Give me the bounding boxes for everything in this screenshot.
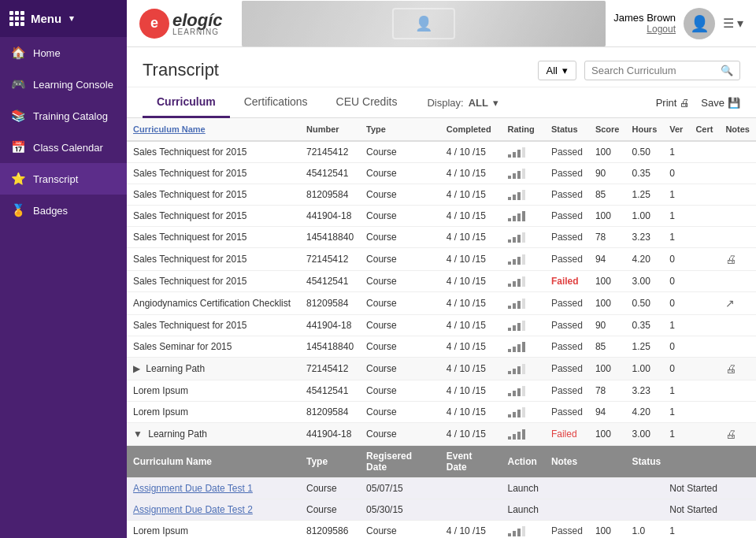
row-ver: 1 — [663, 380, 689, 402]
table-row: Sales Techniquest for 2015 145418840 Cou… — [127, 227, 756, 248]
row-number: 145418840 — [300, 336, 360, 358]
search-icon: 🔍 — [721, 65, 733, 76]
row-rating — [502, 248, 545, 271]
row-notes — [719, 141, 756, 163]
print-icon[interactable]: 🖨 — [725, 428, 736, 440]
row-number: 81209584 — [300, 292, 360, 315]
sidebar-item-label: Home — [33, 47, 61, 59]
table-row: Sales Techniquest for 2015 441904-18 Cou… — [127, 206, 756, 227]
sidebar-item-training-catalog[interactable]: 📚 Training Catalog — [0, 100, 127, 132]
row-ver: 0 — [663, 292, 689, 315]
row-hours: 4.20 — [625, 402, 663, 423]
row-rating — [502, 184, 545, 206]
filter-dropdown[interactable]: All ▾ — [538, 61, 576, 80]
sub-row-action: Launch — [502, 499, 545, 521]
sidebar-item-class-calendar[interactable]: 📅 Class Calendar — [0, 132, 127, 163]
row-cert — [689, 163, 719, 184]
user-area: James Brown Logout 👤 ☰ ▾ — [613, 8, 743, 39]
row-score: 100 — [589, 141, 626, 163]
avatar: 👤 — [684, 8, 715, 39]
sidebar-item-home[interactable]: 🏠 Home — [0, 37, 127, 69]
row-status: Failed — [545, 271, 589, 292]
row-status: Passed — [545, 248, 589, 271]
row-cert — [689, 227, 719, 248]
col-name: Curriculum Name — [127, 118, 300, 141]
row-hours: 1.25 — [625, 336, 663, 358]
tab-certifications[interactable]: Certifications — [230, 87, 322, 118]
save-button[interactable]: Save 💾 — [701, 97, 740, 109]
tabs-bar: Curriculum Certifications CEU Credits Di… — [127, 87, 756, 118]
learning-console-icon: 🎮 — [11, 77, 25, 91]
tabs-left: Curriculum Certifications CEU Credits Di… — [143, 87, 498, 117]
sub-row-status: Not Started — [663, 499, 756, 521]
chevron-down-icon: ▾ — [69, 13, 74, 24]
learning-path-name: Learning Path — [146, 363, 205, 374]
row-score: 100 — [589, 521, 626, 539]
sub-row-action: Launch — [502, 478, 545, 499]
home-icon: 🏠 — [11, 46, 25, 60]
assignment-link[interactable]: Assignment Due Date Test 2 — [133, 504, 253, 515]
menu-button[interactable]: Menu ▾ — [0, 0, 127, 37]
row-score: 100 — [589, 358, 626, 380]
row-name: Sales Techniquest for 2015 — [127, 141, 300, 163]
expand-icon[interactable]: ▼ — [133, 429, 143, 440]
tab-ceu-credits[interactable]: CEU Credits — [322, 87, 412, 118]
row-notes: 🖨 — [719, 423, 756, 446]
col-ver: Ver — [663, 118, 689, 141]
row-number: 441904-18 — [300, 315, 360, 336]
table-row: Sales Techniquest for 2015 81209584 Cour… — [127, 184, 756, 206]
row-hours: 0.50 — [625, 292, 663, 315]
row-completed: 4 / 10 /15 — [440, 163, 502, 184]
row-score: 78 — [589, 227, 626, 248]
content-header: Transcript All ▾ 🔍 — [127, 47, 756, 87]
sub-col-notes: Notes — [545, 446, 626, 478]
logo-circle: e — [139, 9, 169, 39]
sub-row-name: Assignment Due Date Test 2 — [127, 499, 300, 521]
filter-value: All — [547, 65, 558, 76]
col-completed: Completed — [440, 118, 502, 141]
print-button[interactable]: Print 🖨 — [656, 97, 691, 109]
note-icon[interactable]: ↗ — [725, 297, 735, 310]
badges-icon: 🏅 — [11, 203, 25, 217]
sidebar-item-learning-console[interactable]: 🎮 Learning Console — [0, 69, 127, 100]
transcript-table: Curriculum Name Number Type Completed Ra… — [127, 118, 756, 538]
row-ver: 0 — [663, 336, 689, 358]
view-toggle[interactable]: ☰ ▾ — [723, 16, 743, 31]
logout-link[interactable]: Logout — [613, 24, 676, 35]
row-rating — [502, 271, 545, 292]
table-container: Curriculum Name Number Type Completed Ra… — [127, 118, 756, 538]
row-status: Failed — [545, 423, 589, 446]
row-type: Course — [360, 271, 440, 292]
row-rating — [502, 423, 545, 446]
table-row: Sales Techniquest for 2015 72145412 Cour… — [127, 248, 756, 271]
row-score: 85 — [589, 336, 626, 358]
sub-col-name: Curriculum Name — [127, 446, 300, 478]
row-ver: 0 — [663, 248, 689, 271]
print-icon[interactable]: 🖨 — [725, 362, 736, 375]
list-view-icon: ☰ — [723, 16, 734, 31]
row-status: Passed — [545, 141, 589, 163]
sub-row-type: Course — [300, 499, 360, 521]
row-ver: 1 — [663, 206, 689, 227]
row-hours: 0.35 — [625, 315, 663, 336]
row-number: 72145412 — [300, 358, 360, 380]
sub-col-status: Status — [625, 446, 756, 478]
row-name: Sales Techniquest for 2015 — [127, 163, 300, 184]
row-type: Course — [360, 292, 440, 315]
row-completed: 4 / 10 /15 — [440, 271, 502, 292]
row-status: Passed — [545, 206, 589, 227]
sidebar-item-transcript[interactable]: ⭐ Transcript — [0, 163, 127, 195]
row-type: Course — [360, 358, 440, 380]
row-type: Course — [360, 141, 440, 163]
sidebar-item-label: Badges — [33, 205, 68, 217]
expand-icon[interactable]: ▶ — [133, 363, 140, 374]
sidebar-item-badges[interactable]: 🏅 Badges — [0, 195, 127, 226]
search-input[interactable] — [591, 65, 717, 76]
tab-curriculum[interactable]: Curriculum — [143, 87, 230, 118]
note-icon[interactable]: 🖨 — [725, 253, 736, 265]
row-number: 145418840 — [300, 227, 360, 248]
chevron-down-icon[interactable]: ▾ — [493, 97, 498, 109]
assignment-link[interactable]: Assignment Due Date Test 1 — [133, 483, 253, 494]
sub-header-row: Curriculum Name Type Regisered Date Even… — [127, 446, 756, 478]
sub-row-status: Not Started — [663, 478, 756, 499]
